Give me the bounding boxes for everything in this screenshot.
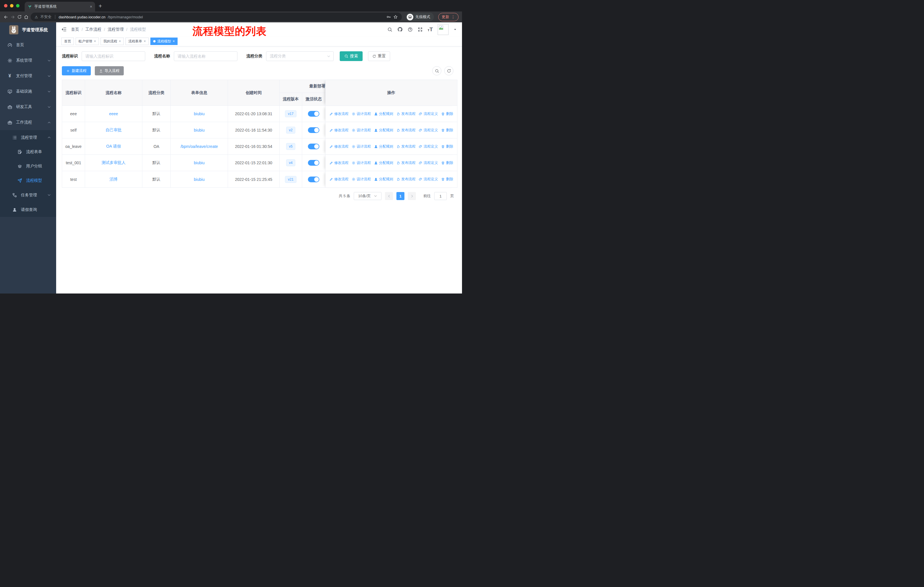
sidebar-item-task-manage[interactable]: 任务管理 bbox=[0, 188, 56, 202]
process-name-link[interactable]: 滔博 bbox=[110, 177, 118, 182]
process-name-link[interactable]: 测试多审批人 bbox=[102, 160, 126, 165]
tag-my-process[interactable]: 我的流程× bbox=[101, 38, 124, 45]
action-publish[interactable]: 发布流程 bbox=[396, 160, 416, 165]
action-delete[interactable]: 删除 bbox=[441, 177, 453, 182]
star-icon[interactable] bbox=[393, 15, 398, 19]
action-assign[interactable]: 分配规则 bbox=[374, 128, 393, 133]
action-definition[interactable]: 流程定义 bbox=[419, 111, 438, 116]
form-info-link[interactable]: biubiu bbox=[194, 128, 205, 132]
refresh-table-button[interactable] bbox=[444, 66, 454, 75]
github-icon[interactable] bbox=[397, 26, 403, 32]
action-definition[interactable]: 流程定义 bbox=[419, 160, 438, 165]
action-definition[interactable]: 流程定义 bbox=[419, 128, 438, 133]
breadcrumb-item[interactable]: 工作流程 bbox=[85, 27, 101, 32]
form-info-link[interactable]: biubiu bbox=[194, 111, 205, 116]
action-edit[interactable]: 修改流程 bbox=[329, 111, 348, 116]
process-name-link[interactable]: 自己审批 bbox=[106, 127, 122, 133]
action-assign[interactable]: 分配规则 bbox=[374, 111, 393, 116]
action-delete[interactable]: 删除 bbox=[441, 144, 453, 149]
action-publish[interactable]: 发布流程 bbox=[396, 111, 416, 116]
import-process-button[interactable]: 导入流程 bbox=[95, 66, 124, 75]
tag-process-model[interactable]: 流程模型× bbox=[150, 38, 178, 45]
next-page-button[interactable] bbox=[408, 192, 416, 200]
action-edit[interactable]: 修改流程 bbox=[329, 144, 348, 149]
sidebar-item-process-manage[interactable]: 流程管理 bbox=[0, 130, 56, 145]
action-delete[interactable]: 删除 bbox=[441, 111, 453, 116]
action-design[interactable]: 设计流程 bbox=[352, 177, 371, 182]
action-design[interactable]: 设计流程 bbox=[352, 111, 371, 116]
home-icon[interactable] bbox=[24, 15, 29, 20]
avatar[interactable] bbox=[438, 24, 449, 35]
form-info-link[interactable]: biubiu bbox=[194, 160, 205, 165]
action-delete[interactable]: 删除 bbox=[441, 160, 453, 165]
action-design[interactable]: 设计流程 bbox=[352, 128, 371, 133]
key-icon[interactable] bbox=[386, 15, 391, 19]
page-size-select[interactable]: 10条/页 bbox=[354, 192, 381, 200]
font-size-icon[interactable]: тT bbox=[427, 26, 433, 33]
active-toggle[interactable] bbox=[308, 144, 319, 149]
reset-button[interactable]: 重置 bbox=[368, 51, 390, 61]
action-design[interactable]: 设计流程 bbox=[352, 160, 371, 165]
sidebar-item-process-form[interactable]: 流程表单 bbox=[0, 145, 56, 159]
action-design[interactable]: 设计流程 bbox=[352, 144, 371, 149]
sidebar-item-user-group[interactable]: 用户分组 bbox=[0, 159, 56, 174]
action-publish[interactable]: 发布流程 bbox=[396, 128, 416, 133]
close-tab-icon[interactable]: × bbox=[90, 4, 92, 9]
process-name-input[interactable] bbox=[174, 51, 238, 61]
page-1-button[interactable]: 1 bbox=[396, 192, 404, 200]
search-icon[interactable] bbox=[387, 27, 393, 32]
collapse-sidebar-icon[interactable] bbox=[61, 26, 67, 32]
action-delete[interactable]: 删除 bbox=[441, 128, 453, 133]
action-edit[interactable]: 修改流程 bbox=[329, 160, 348, 165]
active-toggle[interactable] bbox=[308, 111, 319, 117]
action-definition[interactable]: 流程定义 bbox=[419, 177, 438, 182]
window-controls[interactable] bbox=[4, 4, 20, 7]
active-toggle[interactable] bbox=[308, 127, 319, 133]
reload-icon[interactable] bbox=[17, 15, 22, 19]
help-icon[interactable] bbox=[408, 27, 413, 32]
close-icon[interactable]: × bbox=[173, 39, 175, 43]
sidebar-item-home[interactable]: 首页 bbox=[0, 37, 56, 53]
sidebar-item-payment[interactable]: ¥支付管理 bbox=[0, 68, 56, 84]
close-window-button[interactable] bbox=[4, 4, 7, 7]
sidebar-item-process-model[interactable]: 流程模型 bbox=[0, 174, 56, 188]
fullscreen-icon[interactable] bbox=[417, 27, 423, 32]
action-definition[interactable]: 流程定义 bbox=[419, 144, 438, 149]
sidebar-item-system[interactable]: 系统管理 bbox=[0, 53, 56, 68]
search-button[interactable]: 搜索 bbox=[340, 51, 363, 61]
action-edit[interactable]: 修改流程 bbox=[329, 128, 348, 133]
action-publish[interactable]: 发布流程 bbox=[396, 177, 416, 182]
forward-icon[interactable] bbox=[10, 15, 15, 20]
prev-page-button[interactable] bbox=[385, 192, 393, 200]
tag-home[interactable]: 首页 bbox=[61, 38, 74, 45]
sidebar-item-workflow[interactable]: 工作流程 bbox=[0, 115, 56, 130]
action-edit[interactable]: 修改流程 bbox=[329, 177, 348, 182]
action-publish[interactable]: 发布流程 bbox=[396, 144, 416, 149]
zoom-window-button[interactable] bbox=[16, 4, 20, 7]
close-icon[interactable]: × bbox=[94, 39, 96, 43]
tag-process-form[interactable]: 流程表单× bbox=[125, 38, 148, 45]
minimize-window-button[interactable] bbox=[10, 4, 13, 7]
close-icon[interactable]: × bbox=[119, 39, 121, 43]
browser-tab[interactable]: 芋道管理系统 × bbox=[25, 2, 95, 12]
breadcrumb-item[interactable]: 流程管理 bbox=[108, 27, 124, 32]
goto-page-input[interactable] bbox=[434, 192, 447, 200]
active-toggle[interactable] bbox=[308, 160, 319, 166]
process-key-input[interactable] bbox=[82, 51, 145, 61]
action-assign[interactable]: 分配规则 bbox=[374, 177, 393, 182]
process-name-link[interactable]: eeee bbox=[109, 111, 118, 116]
breadcrumb-item[interactable]: 首页 bbox=[71, 27, 79, 32]
tag-tenant[interactable]: 租户管理× bbox=[76, 38, 99, 45]
sidebar-item-dev-tools[interactable]: 研发工具 bbox=[0, 99, 56, 115]
create-process-button[interactable]: 新建流程 bbox=[62, 66, 91, 75]
back-icon[interactable] bbox=[3, 15, 8, 20]
browser-menu-button[interactable]: 更新 ⋮ bbox=[438, 13, 459, 21]
close-icon[interactable]: × bbox=[144, 39, 146, 43]
toggle-search-button[interactable] bbox=[432, 66, 441, 75]
form-info-link[interactable]: biubiu bbox=[194, 177, 205, 182]
category-select[interactable]: 流程分类 bbox=[266, 51, 334, 61]
action-assign[interactable]: 分配规则 bbox=[374, 144, 393, 149]
active-toggle[interactable] bbox=[308, 177, 319, 182]
form-info-link[interactable]: /bpm/oa/leave/create bbox=[180, 144, 218, 149]
new-tab-button[interactable]: + bbox=[99, 3, 102, 10]
